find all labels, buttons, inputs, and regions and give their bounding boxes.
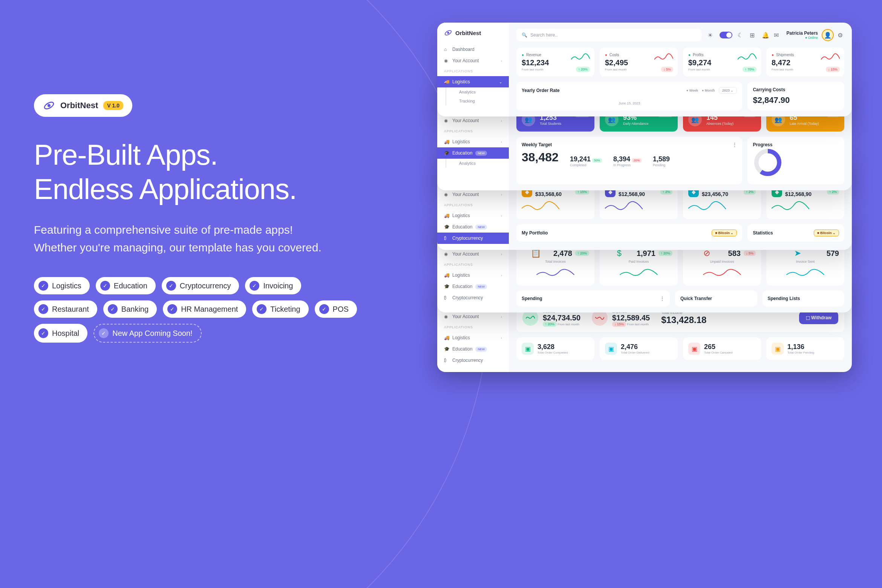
stat-card: ●Revenue$12,234From last month↑ 20%: [516, 47, 594, 77]
theme-toggle[interactable]: [720, 32, 732, 38]
marketing-panel: OrbitNest V 1.0 Pre-Built Apps. Endless …: [34, 94, 373, 343]
svg-point-3: [447, 32, 449, 34]
headline-2: Endless Applications.: [34, 172, 373, 206]
chip-coming-soon: ✓New App Coming Soon!: [93, 324, 201, 343]
nav-account[interactable]: ◉Your Account›: [437, 55, 509, 66]
gear-icon[interactable]: ⚙: [838, 32, 844, 38]
nav-section-apps: APPLICATIONS: [437, 66, 509, 76]
chip-logistics: ✓Logistics: [34, 277, 90, 294]
weekly-target-card: Weekly Target⋮ 38,482 19,24150%Completed…: [516, 137, 742, 184]
svg-point-1: [47, 104, 51, 107]
chip-hr-management: ✓HR Management: [163, 300, 246, 318]
carrying-costs-card: Carrying Costs $2,847.90: [747, 82, 844, 110]
withdraw-button[interactable]: ⬚ Withdraw: [799, 311, 838, 324]
nav-education[interactable]: 🎓EducationNEW: [437, 147, 509, 159]
year-select[interactable]: 2023 ⌄: [719, 87, 737, 94]
feature-chips: ✓Logistics✓Education✓Cryptocurrency✓Invo…: [34, 277, 358, 343]
nav-analytics[interactable]: Analytics: [446, 87, 509, 96]
moon-icon[interactable]: ☾: [738, 32, 744, 38]
headline-1: Pre-Built Apps.: [34, 138, 373, 172]
window-logistics: OrbitNest ⌂Dashboard ◉Your Account› APPL…: [437, 23, 852, 116]
chip-pos: ✓POS: [315, 300, 357, 318]
user-menu[interactable]: Patricia Peters● Online 👤 ⚙: [787, 29, 844, 41]
order-card: ▣3,628Total Order Completed: [516, 337, 594, 360]
sun-icon[interactable]: ☀: [707, 32, 714, 38]
donut-chart: [753, 147, 783, 178]
nav-logistics[interactable]: 🚚Logistics⌄: [437, 76, 509, 87]
headline: Pre-Built Apps. Endless Applications.: [34, 138, 373, 206]
order-card: ▣1,136Total Order Pending: [766, 337, 844, 360]
orbit-icon: [43, 100, 55, 112]
chip-education: ✓Education: [96, 277, 156, 294]
chip-banking: ✓Banking: [103, 300, 157, 318]
sidebar-logo: OrbitNest: [455, 30, 481, 36]
stat-card: ●Profits$9,274From last month↑ 70%: [683, 47, 761, 77]
sidebar: OrbitNest ⌂Dashboard ◉Your Account› APPL…: [437, 23, 509, 116]
topbar: 🔍Search here.. ☀ ☾ ⊞ 🔔 ✉ Patricia Peters…: [516, 29, 844, 41]
nav-dashboard[interactable]: ⌂Dashboard: [437, 44, 509, 55]
chip-cryptocurrency: ✓Cryptocurrency: [162, 277, 239, 294]
nav-account[interactable]: ◉Your Account›: [437, 115, 509, 126]
mail-icon[interactable]: ✉: [774, 32, 781, 38]
progress-card: Progress: [747, 137, 844, 184]
brand-pill: OrbitNest V 1.0: [34, 94, 132, 117]
apps-icon[interactable]: ⊞: [750, 32, 756, 38]
chip-restaurant: ✓Restaurant: [34, 300, 97, 318]
yearly-order-chart: Yearly Order Rate● Week● Month2023 ⌄ Jun…: [516, 82, 742, 110]
chip-ticketing: ✓Ticketing: [252, 300, 308, 318]
nav-tracking[interactable]: Tracking: [446, 96, 509, 106]
order-card: ▣2,476Total Order Delivered: [600, 337, 678, 360]
chip-hospital: ✓Hospital: [34, 324, 87, 343]
search-input[interactable]: 🔍Search here..: [516, 29, 701, 41]
search-icon: 🔍: [522, 32, 527, 38]
order-card: ▣265Total Order Canceled: [683, 337, 761, 360]
dashboard-stack: OrbitNest ⌂Dashboard ◉Your Account› APPL…: [437, 23, 852, 331]
nav-logistics[interactable]: 🚚Logistics›: [437, 136, 509, 147]
stat-card: ●Shipments8,472From last month↓ 15%: [766, 47, 844, 77]
brand-name: OrbitNest: [60, 101, 98, 110]
nav-crypto[interactable]: ₿Cryptocurrency: [437, 233, 509, 244]
chip-invoicing: ✓Invoicing: [245, 277, 301, 294]
version-badge: V 1.0: [103, 101, 123, 110]
bell-icon[interactable]: 🔔: [762, 32, 769, 38]
subheading: Featuring a comprehensive suite of pre-m…: [34, 221, 328, 256]
avatar: 👤: [822, 29, 834, 41]
stat-card: ●Costs$2,495From last month↓ 5%: [600, 47, 678, 77]
